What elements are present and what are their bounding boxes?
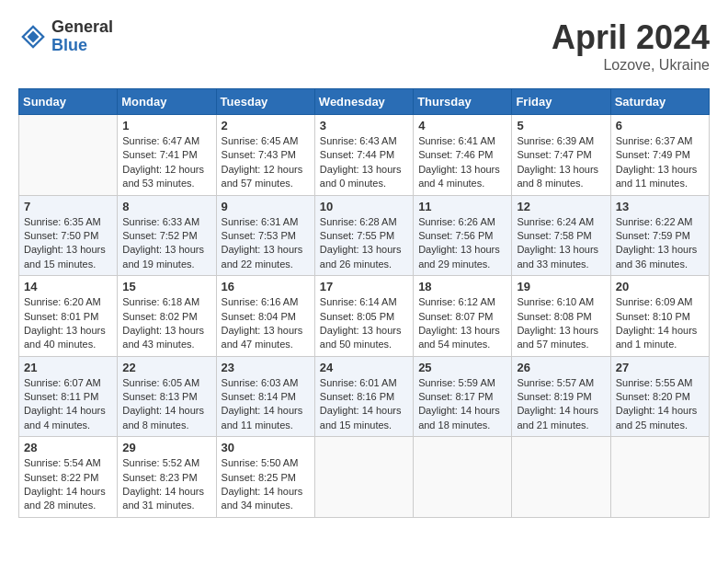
day-info: Sunrise: 6:16 AMSunset: 8:04 PMDaylight:… — [222, 295, 310, 352]
day-info: Sunrise: 6:03 AMSunset: 8:14 PMDaylight:… — [222, 376, 310, 433]
location-title: Lozove, Ukraine — [552, 57, 710, 74]
sunrise-text: Sunrise: 5:50 AM — [222, 457, 299, 468]
sunset-text: Sunset: 7:59 PM — [616, 230, 690, 241]
sunrise-text: Sunrise: 6:22 AM — [616, 216, 693, 227]
sunset-text: Sunset: 8:23 PM — [122, 472, 197, 483]
sunset-text: Sunset: 7:56 PM — [418, 230, 493, 241]
daylight-text: Daylight: 13 hours and 40 minutes. — [24, 325, 106, 350]
day-info: Sunrise: 6:28 AMSunset: 7:55 PMDaylight:… — [320, 215, 408, 272]
daylight-text: Daylight: 13 hours and 57 minutes. — [517, 325, 598, 350]
calendar-cell: 30Sunrise: 5:50 AMSunset: 8:25 PMDayligh… — [216, 437, 314, 518]
sunrise-text: Sunrise: 6:35 AM — [24, 216, 101, 227]
day-info: Sunrise: 6:47 AMSunset: 7:41 PMDaylight:… — [122, 134, 210, 191]
daylight-text: Daylight: 14 hours and 18 minutes. — [418, 405, 500, 430]
day-number: 15 — [122, 280, 210, 293]
day-number: 14 — [24, 280, 112, 293]
sunset-text: Sunset: 7:44 PM — [320, 149, 394, 160]
day-number: 11 — [418, 200, 506, 213]
daylight-text: Daylight: 14 hours and 11 minutes. — [222, 405, 303, 430]
logo-icon — [18, 22, 48, 52]
calendar-cell: 27Sunrise: 5:55 AMSunset: 8:20 PMDayligh… — [610, 356, 709, 437]
calendar-cell — [19, 115, 118, 196]
daylight-text: Daylight: 14 hours and 21 minutes. — [517, 405, 598, 430]
calendar-cell: 29Sunrise: 5:52 AMSunset: 8:23 PMDayligh… — [118, 437, 216, 518]
calendar-cell: 8Sunrise: 6:33 AMSunset: 7:52 PMDaylight… — [118, 195, 216, 276]
header-tuesday: Tuesday — [216, 89, 314, 115]
calendar-week-row: 7Sunrise: 6:35 AMSunset: 7:50 PMDaylight… — [19, 195, 710, 276]
title-block: April 2024 Lozove, Ukraine — [552, 18, 710, 74]
day-number: 28 — [24, 441, 112, 454]
sunset-text: Sunset: 8:04 PM — [222, 311, 296, 322]
sunset-text: Sunset: 7:41 PM — [122, 149, 197, 160]
sunset-text: Sunset: 8:05 PM — [320, 311, 394, 322]
sunrise-text: Sunrise: 5:57 AM — [517, 377, 594, 388]
sunset-text: Sunset: 8:14 PM — [222, 391, 296, 402]
sunrise-text: Sunrise: 5:52 AM — [122, 457, 199, 468]
daylight-text: Daylight: 12 hours and 57 minutes. — [222, 164, 303, 189]
sunset-text: Sunset: 7:55 PM — [320, 230, 394, 241]
calendar-cell: 19Sunrise: 6:10 AMSunset: 8:08 PMDayligh… — [512, 276, 610, 357]
sunrise-text: Sunrise: 5:59 AM — [418, 377, 495, 388]
calendar-cell: 6Sunrise: 6:37 AMSunset: 7:49 PMDaylight… — [610, 115, 709, 196]
day-number: 22 — [122, 361, 210, 374]
calendar-cell: 26Sunrise: 5:57 AMSunset: 8:19 PMDayligh… — [512, 356, 610, 437]
calendar-cell: 4Sunrise: 6:41 AMSunset: 7:46 PMDaylight… — [414, 115, 512, 196]
sunrise-text: Sunrise: 6:16 AM — [222, 296, 299, 307]
day-info: Sunrise: 6:24 AMSunset: 7:58 PMDaylight:… — [517, 215, 605, 272]
day-info: Sunrise: 5:57 AMSunset: 8:19 PMDaylight:… — [517, 376, 605, 433]
sunset-text: Sunset: 8:13 PM — [122, 391, 197, 402]
header-saturday: Saturday — [610, 89, 709, 115]
sunrise-text: Sunrise: 6:24 AM — [517, 216, 594, 227]
calendar-cell: 12Sunrise: 6:24 AMSunset: 7:58 PMDayligh… — [512, 195, 610, 276]
day-info: Sunrise: 6:26 AMSunset: 7:56 PMDaylight:… — [418, 215, 506, 272]
daylight-text: Daylight: 13 hours and 54 minutes. — [418, 325, 500, 350]
day-number: 25 — [418, 361, 506, 374]
month-title: April 2024 — [552, 18, 710, 57]
day-info: Sunrise: 6:07 AMSunset: 8:11 PMDaylight:… — [24, 376, 112, 433]
daylight-text: Daylight: 13 hours and 29 minutes. — [418, 244, 500, 269]
sunset-text: Sunset: 8:11 PM — [24, 391, 98, 402]
day-number: 12 — [517, 200, 605, 213]
sunrise-text: Sunrise: 6:20 AM — [24, 296, 101, 307]
calendar-cell: 23Sunrise: 6:03 AMSunset: 8:14 PMDayligh… — [216, 356, 314, 437]
header-monday: Monday — [118, 89, 216, 115]
day-info: Sunrise: 6:18 AMSunset: 8:02 PMDaylight:… — [122, 295, 210, 352]
sunrise-text: Sunrise: 6:14 AM — [320, 296, 397, 307]
day-info: Sunrise: 5:59 AMSunset: 8:17 PMDaylight:… — [418, 376, 506, 433]
day-info: Sunrise: 6:09 AMSunset: 8:10 PMDaylight:… — [616, 295, 704, 352]
sunrise-text: Sunrise: 6:41 AM — [418, 135, 495, 146]
calendar-cell: 21Sunrise: 6:07 AMSunset: 8:11 PMDayligh… — [19, 356, 118, 437]
day-info: Sunrise: 6:12 AMSunset: 8:07 PMDaylight:… — [418, 295, 506, 352]
calendar-week-row: 1Sunrise: 6:47 AMSunset: 7:41 PMDaylight… — [19, 115, 710, 196]
sunrise-text: Sunrise: 6:45 AM — [222, 135, 299, 146]
daylight-text: Daylight: 14 hours and 31 minutes. — [122, 486, 204, 511]
sunset-text: Sunset: 8:20 PM — [616, 391, 690, 402]
sunrise-text: Sunrise: 6:47 AM — [122, 135, 199, 146]
day-info: Sunrise: 5:54 AMSunset: 8:22 PMDaylight:… — [24, 456, 112, 513]
day-info: Sunrise: 6:20 AMSunset: 8:01 PMDaylight:… — [24, 295, 112, 352]
sunrise-text: Sunrise: 6:18 AM — [122, 296, 199, 307]
sunset-text: Sunset: 7:53 PM — [222, 230, 296, 241]
daylight-text: Daylight: 14 hours and 34 minutes. — [222, 486, 303, 511]
sunset-text: Sunset: 8:01 PM — [24, 311, 98, 322]
calendar-cell — [414, 437, 512, 518]
calendar-cell: 25Sunrise: 5:59 AMSunset: 8:17 PMDayligh… — [414, 356, 512, 437]
sunset-text: Sunset: 7:49 PM — [616, 149, 690, 160]
daylight-text: Daylight: 13 hours and 36 minutes. — [616, 244, 698, 269]
day-number: 10 — [320, 200, 408, 213]
day-number: 21 — [24, 361, 112, 374]
day-number: 13 — [616, 200, 704, 213]
day-info: Sunrise: 5:50 AMSunset: 8:25 PMDaylight:… — [222, 456, 310, 513]
calendar-cell — [314, 437, 413, 518]
sunrise-text: Sunrise: 6:26 AM — [418, 216, 495, 227]
day-number: 16 — [222, 280, 310, 293]
day-info: Sunrise: 5:52 AMSunset: 8:23 PMDaylight:… — [122, 456, 210, 513]
day-number: 26 — [517, 361, 605, 374]
calendar-cell: 22Sunrise: 6:05 AMSunset: 8:13 PMDayligh… — [118, 356, 216, 437]
sunrise-text: Sunrise: 6:03 AM — [222, 377, 299, 388]
daylight-text: Daylight: 13 hours and 11 minutes. — [616, 164, 698, 189]
calendar-cell: 28Sunrise: 5:54 AMSunset: 8:22 PMDayligh… — [19, 437, 118, 518]
calendar-cell: 14Sunrise: 6:20 AMSunset: 8:01 PMDayligh… — [19, 276, 118, 357]
header-thursday: Thursday — [414, 89, 512, 115]
calendar-cell: 20Sunrise: 6:09 AMSunset: 8:10 PMDayligh… — [610, 276, 709, 357]
